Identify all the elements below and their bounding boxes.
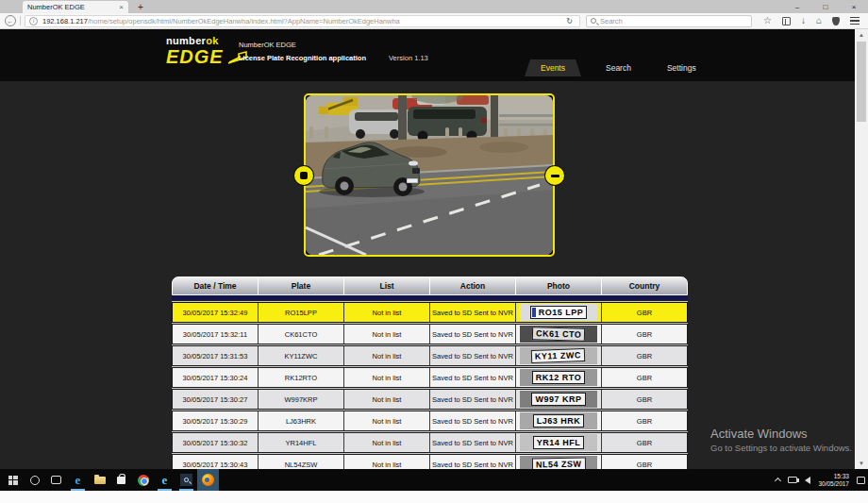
cell-photo: RK12 RTO xyxy=(516,368,602,387)
minimize-icon[interactable]: – xyxy=(783,0,811,13)
tray-chevron-icon[interactable] xyxy=(775,478,781,484)
cell-datetime: 30/05/2017 15:30:32 xyxy=(173,433,259,452)
cell-action: Saved to SD Sent to NVR xyxy=(430,433,516,452)
edge-button[interactable]: e xyxy=(67,469,89,491)
table-row[interactable]: 30/05/2017 15:30:43 NL54ZSW Not in list … xyxy=(172,454,688,469)
cell-action: Saved to SD Sent to NVR xyxy=(430,455,516,469)
cell-plate: W997KRP xyxy=(259,390,344,409)
volume-icon[interactable] xyxy=(805,477,810,484)
pocket-shield-icon[interactable] xyxy=(832,17,840,25)
new-tab-icon[interactable]: + xyxy=(134,0,147,13)
start-button[interactable] xyxy=(2,469,24,491)
url-path: /home/setup/opensdk/html/NumberOkEdgeHan… xyxy=(88,17,400,25)
cell-list: Not in list xyxy=(344,455,430,469)
cortana-button[interactable] xyxy=(24,469,45,491)
plate-photo: RK12 RTO xyxy=(520,369,597,386)
table-row[interactable]: 30/05/2017 15:30:32 YR14HFL Not in list … xyxy=(172,432,688,453)
cell-datetime: 30/05/2017 15:30:24 xyxy=(173,368,259,387)
search-input[interactable]: Search xyxy=(586,15,752,27)
table-row[interactable]: 30/05/2017 15:30:24 RK12RTO Not in list … xyxy=(172,367,688,388)
file-explorer-button[interactable] xyxy=(89,469,110,491)
firefox-button[interactable] xyxy=(197,469,219,491)
column-header: Plate xyxy=(259,277,344,294)
table-row[interactable]: 30/05/2017 15:30:29 LJ63HRK Not in list … xyxy=(172,411,688,431)
clock-date: 30/05/2017 xyxy=(818,480,849,488)
scrollbar-thumb[interactable] xyxy=(857,42,866,122)
nav-tab-search[interactable]: Search xyxy=(594,59,643,76)
cell-plate: YR14HFL xyxy=(259,433,344,452)
nav-tab-settings[interactable]: Settings xyxy=(656,59,708,76)
url-bar[interactable]: i 192.168.1.217/home/setup/opensdk/html/… xyxy=(25,15,580,27)
cell-country: GBR xyxy=(602,390,687,409)
table-row[interactable]: 30/05/2017 15:31:53 KY11ZWC Not in list … xyxy=(172,345,688,366)
taskbar: e e 15:33 30/05/2017 xyxy=(0,469,868,491)
cell-country: GBR xyxy=(602,368,687,387)
minus-icon xyxy=(551,175,559,177)
task-view-button[interactable] xyxy=(45,469,67,491)
plate-photo: RO15 LPP xyxy=(520,304,597,321)
plate-photo-text: YR14 HFL xyxy=(533,436,585,449)
cell-photo: YR14 HFL xyxy=(516,433,602,452)
task-view-icon xyxy=(51,476,61,484)
info-icon[interactable]: i xyxy=(29,17,38,25)
video-collapse-button[interactable] xyxy=(545,166,564,185)
plate-photo: W997 KRP xyxy=(520,391,597,408)
menu-icon[interactable] xyxy=(850,17,860,25)
scrollbar-up-icon[interactable]: ▲ xyxy=(855,29,868,41)
cell-action: Saved to SD Sent to NVR xyxy=(430,368,516,387)
video-stop-button[interactable] xyxy=(294,166,313,185)
plate-photo-text: KY11 ZWC xyxy=(531,348,585,363)
plate-photo: KY11 ZWC xyxy=(520,347,597,364)
scrollbar[interactable]: ▲ ▼ xyxy=(855,29,868,469)
plate-photo-text: RO15 LPP xyxy=(530,306,588,319)
maximize-icon[interactable]: □ xyxy=(811,0,840,13)
search-placeholder: Search xyxy=(600,17,623,25)
home-icon[interactable]: ⌂ xyxy=(816,16,822,25)
clock-time: 15:33 xyxy=(818,473,849,480)
reload-icon[interactable]: ↻ xyxy=(563,17,576,25)
browser-tab[interactable]: NumberOK EDGE × xyxy=(23,1,128,13)
cell-country: GBR xyxy=(602,325,687,344)
app-logo: numberok EDGE xyxy=(166,35,250,67)
app-nav: EventsSearchSettings xyxy=(525,59,721,76)
toolbar-divider xyxy=(20,16,21,25)
column-header: Country xyxy=(602,277,687,294)
store-button[interactable] xyxy=(110,469,132,491)
cell-photo: KY11 ZWC xyxy=(516,346,602,365)
internet-explorer-button[interactable]: e xyxy=(154,469,175,491)
plate-photo: YR14 HFL xyxy=(520,434,597,451)
cell-list: Not in list xyxy=(344,325,430,344)
cell-list: Not in list xyxy=(344,390,430,409)
table-row[interactable]: 30/05/2017 15:32:49 RO15LPP Not in list … xyxy=(172,302,688,323)
table-row[interactable]: 30/05/2017 15:32:11 CK61CTO Not in list … xyxy=(172,324,688,344)
watermark-line2: Go to Settings to activate Windows. xyxy=(710,443,852,453)
scrollbar-down-icon[interactable]: ▼ xyxy=(855,458,868,469)
action-center-icon[interactable] xyxy=(857,477,865,484)
chrome-button[interactable] xyxy=(132,469,154,491)
search-app-button[interactable] xyxy=(175,469,197,491)
close-icon[interactable]: × xyxy=(840,0,868,13)
nav-tab-events[interactable]: Events xyxy=(525,59,581,76)
search-icon xyxy=(591,18,596,24)
cell-datetime: 30/05/2017 15:30:29 xyxy=(173,411,259,430)
plate-photo-text: NL54 ZSW xyxy=(532,458,586,469)
library-icon[interactable] xyxy=(782,17,791,25)
cell-photo: NL54 ZSW xyxy=(516,455,602,469)
taskbar-clock[interactable]: 15:33 30/05/2017 xyxy=(818,473,849,487)
column-header: Date / Time xyxy=(173,277,259,294)
plate-photo: NL54 ZSW xyxy=(520,456,597,469)
table-row[interactable]: 30/05/2017 15:30:27 W997KRP Not in list … xyxy=(172,389,688,410)
cell-photo: CK61 CTO xyxy=(516,325,602,344)
back-icon[interactable]: ← xyxy=(5,15,16,26)
downloads-icon[interactable]: ↓ xyxy=(801,16,806,25)
logo-word-ok: ok xyxy=(206,35,218,46)
bookmark-star-icon[interactable]: ☆ xyxy=(763,16,772,25)
cell-datetime: 30/05/2017 15:30:43 xyxy=(173,455,259,469)
tab-close-icon[interactable]: × xyxy=(119,4,124,11)
cell-country: GBR xyxy=(602,455,687,469)
cell-datetime: 30/05/2017 15:32:49 xyxy=(173,303,259,322)
logo-edge-text: EDGE xyxy=(166,46,224,67)
column-header: List xyxy=(344,277,430,294)
cell-datetime: 30/05/2017 15:30:27 xyxy=(173,390,259,409)
cortana-icon xyxy=(30,476,40,485)
